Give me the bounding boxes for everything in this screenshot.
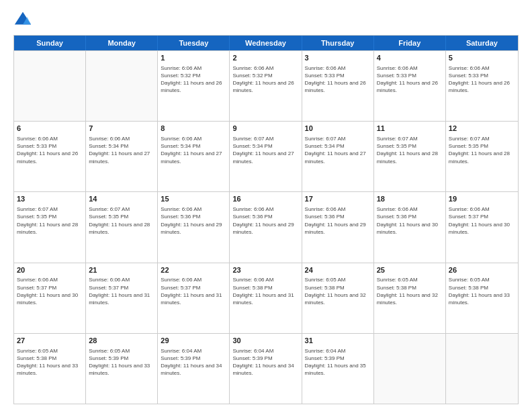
day-number: 27 bbox=[17, 336, 83, 346]
day-number: 9 bbox=[232, 124, 298, 134]
calendar-cell: 31Sunrise: 6:04 AM Sunset: 5:39 PM Dayli… bbox=[302, 334, 374, 404]
calendar-cell: 30Sunrise: 6:04 AM Sunset: 5:39 PM Dayli… bbox=[230, 334, 302, 404]
day-info: Sunrise: 6:07 AM Sunset: 5:35 PM Dayligh… bbox=[377, 135, 443, 165]
day-info: Sunrise: 6:07 AM Sunset: 5:35 PM Dayligh… bbox=[449, 135, 515, 165]
calendar-cell: 11Sunrise: 6:07 AM Sunset: 5:35 PM Dayli… bbox=[374, 122, 446, 191]
day-info: Sunrise: 6:06 AM Sunset: 5:37 PM Dayligh… bbox=[89, 276, 154, 306]
day-info: Sunrise: 6:06 AM Sunset: 5:37 PM Dayligh… bbox=[17, 276, 83, 306]
day-number: 8 bbox=[161, 124, 226, 134]
calendar-cell bbox=[446, 334, 518, 404]
calendar-header-day: Wednesday bbox=[230, 36, 302, 50]
day-number: 16 bbox=[232, 194, 298, 204]
day-number: 4 bbox=[377, 53, 443, 63]
day-number: 20 bbox=[17, 265, 83, 275]
day-number: 29 bbox=[161, 336, 226, 346]
day-info: Sunrise: 6:05 AM Sunset: 5:39 PM Dayligh… bbox=[89, 347, 154, 377]
day-info: Sunrise: 6:06 AM Sunset: 5:33 PM Dayligh… bbox=[449, 64, 515, 95]
page: SundayMondayTuesdayWednesdayThursdayFrid… bbox=[0, 0, 532, 411]
day-info: Sunrise: 6:05 AM Sunset: 5:38 PM Dayligh… bbox=[449, 276, 515, 306]
calendar-header-day: Friday bbox=[374, 36, 446, 50]
day-info: Sunrise: 6:06 AM Sunset: 5:36 PM Dayligh… bbox=[305, 205, 371, 236]
day-info: Sunrise: 6:06 AM Sunset: 5:34 PM Dayligh… bbox=[161, 135, 226, 165]
day-number: 15 bbox=[161, 194, 226, 204]
calendar-week-row: 20Sunrise: 6:06 AM Sunset: 5:37 PM Dayli… bbox=[14, 263, 518, 333]
day-number: 17 bbox=[305, 194, 371, 204]
calendar-header-day: Sunday bbox=[14, 36, 86, 50]
day-info: Sunrise: 6:06 AM Sunset: 5:37 PM Dayligh… bbox=[161, 276, 226, 306]
calendar-cell: 4Sunrise: 6:06 AM Sunset: 5:33 PM Daylig… bbox=[374, 51, 446, 121]
day-info: Sunrise: 6:06 AM Sunset: 5:33 PM Dayligh… bbox=[305, 64, 371, 95]
day-number: 22 bbox=[161, 265, 226, 275]
calendar-cell: 29Sunrise: 6:04 AM Sunset: 5:39 PM Dayli… bbox=[158, 334, 230, 404]
calendar-cell: 19Sunrise: 6:06 AM Sunset: 5:37 PM Dayli… bbox=[446, 192, 518, 262]
calendar-cell: 25Sunrise: 6:05 AM Sunset: 5:38 PM Dayli… bbox=[374, 263, 446, 333]
calendar-cell: 18Sunrise: 6:06 AM Sunset: 5:36 PM Dayli… bbox=[374, 192, 446, 262]
day-info: Sunrise: 6:06 AM Sunset: 5:36 PM Dayligh… bbox=[161, 205, 226, 236]
day-info: Sunrise: 6:04 AM Sunset: 5:39 PM Dayligh… bbox=[232, 347, 298, 377]
day-info: Sunrise: 6:07 AM Sunset: 5:35 PM Dayligh… bbox=[17, 205, 83, 236]
day-number: 31 bbox=[305, 336, 371, 346]
day-number: 23 bbox=[232, 265, 298, 275]
calendar-cell: 7Sunrise: 6:06 AM Sunset: 5:34 PM Daylig… bbox=[86, 122, 158, 191]
calendar-cell: 16Sunrise: 6:06 AM Sunset: 5:36 PM Dayli… bbox=[230, 192, 302, 262]
calendar-cell bbox=[14, 51, 86, 121]
day-info: Sunrise: 6:06 AM Sunset: 5:36 PM Dayligh… bbox=[232, 205, 298, 236]
calendar-cell: 3Sunrise: 6:06 AM Sunset: 5:33 PM Daylig… bbox=[302, 51, 374, 121]
day-number: 19 bbox=[449, 194, 515, 204]
day-number: 13 bbox=[17, 194, 83, 204]
calendar-cell: 13Sunrise: 6:07 AM Sunset: 5:35 PM Dayli… bbox=[14, 192, 86, 262]
day-info: Sunrise: 6:07 AM Sunset: 5:35 PM Dayligh… bbox=[89, 205, 154, 236]
calendar-cell: 23Sunrise: 6:06 AM Sunset: 5:38 PM Dayli… bbox=[230, 263, 302, 333]
day-number: 12 bbox=[449, 124, 515, 134]
calendar-week-row: 27Sunrise: 6:05 AM Sunset: 5:38 PM Dayli… bbox=[14, 333, 518, 404]
calendar-cell: 28Sunrise: 6:05 AM Sunset: 5:39 PM Dayli… bbox=[86, 334, 158, 404]
day-info: Sunrise: 6:04 AM Sunset: 5:39 PM Dayligh… bbox=[305, 347, 371, 377]
day-info: Sunrise: 6:06 AM Sunset: 5:32 PM Dayligh… bbox=[161, 64, 226, 95]
calendar-cell bbox=[86, 51, 158, 121]
day-number: 7 bbox=[89, 124, 154, 134]
calendar-cell: 6Sunrise: 6:06 AM Sunset: 5:33 PM Daylig… bbox=[14, 122, 86, 191]
day-info: Sunrise: 6:07 AM Sunset: 5:34 PM Dayligh… bbox=[305, 135, 371, 165]
calendar-cell: 21Sunrise: 6:06 AM Sunset: 5:37 PM Dayli… bbox=[86, 263, 158, 333]
day-info: Sunrise: 6:05 AM Sunset: 5:38 PM Dayligh… bbox=[17, 347, 83, 377]
calendar-cell: 27Sunrise: 6:05 AM Sunset: 5:38 PM Dayli… bbox=[14, 334, 86, 404]
calendar-cell: 14Sunrise: 6:07 AM Sunset: 5:35 PM Dayli… bbox=[86, 192, 158, 262]
day-number: 5 bbox=[449, 53, 515, 63]
day-number: 30 bbox=[232, 336, 298, 346]
day-number: 14 bbox=[89, 194, 154, 204]
calendar-header: SundayMondayTuesdayWednesdayThursdayFrid… bbox=[14, 36, 518, 50]
day-info: Sunrise: 6:07 AM Sunset: 5:34 PM Dayligh… bbox=[232, 135, 298, 165]
day-number: 10 bbox=[305, 124, 371, 134]
day-number: 11 bbox=[377, 124, 443, 134]
day-info: Sunrise: 6:06 AM Sunset: 5:36 PM Dayligh… bbox=[377, 205, 443, 236]
day-info: Sunrise: 6:04 AM Sunset: 5:39 PM Dayligh… bbox=[161, 347, 226, 377]
day-info: Sunrise: 6:06 AM Sunset: 5:37 PM Dayligh… bbox=[449, 205, 515, 236]
day-info: Sunrise: 6:05 AM Sunset: 5:38 PM Dayligh… bbox=[377, 276, 443, 306]
day-info: Sunrise: 6:06 AM Sunset: 5:34 PM Dayligh… bbox=[89, 135, 154, 165]
calendar-body: 1Sunrise: 6:06 AM Sunset: 5:32 PM Daylig… bbox=[14, 50, 518, 404]
calendar-cell: 8Sunrise: 6:06 AM Sunset: 5:34 PM Daylig… bbox=[158, 122, 230, 191]
calendar-week-row: 6Sunrise: 6:06 AM Sunset: 5:33 PM Daylig… bbox=[14, 121, 518, 191]
day-info: Sunrise: 6:06 AM Sunset: 5:32 PM Dayligh… bbox=[232, 64, 298, 95]
calendar-cell: 20Sunrise: 6:06 AM Sunset: 5:37 PM Dayli… bbox=[14, 263, 86, 333]
day-info: Sunrise: 6:06 AM Sunset: 5:38 PM Dayligh… bbox=[232, 276, 298, 306]
day-info: Sunrise: 6:06 AM Sunset: 5:33 PM Dayligh… bbox=[17, 135, 83, 165]
calendar-cell: 9Sunrise: 6:07 AM Sunset: 5:34 PM Daylig… bbox=[230, 122, 302, 191]
calendar-cell: 26Sunrise: 6:05 AM Sunset: 5:38 PM Dayli… bbox=[446, 263, 518, 333]
day-number: 2 bbox=[232, 53, 298, 63]
calendar-cell: 5Sunrise: 6:06 AM Sunset: 5:33 PM Daylig… bbox=[446, 51, 518, 121]
day-number: 24 bbox=[305, 265, 371, 275]
day-number: 1 bbox=[161, 53, 226, 63]
logo bbox=[13, 11, 35, 30]
calendar-cell bbox=[374, 334, 446, 404]
calendar-week-row: 13Sunrise: 6:07 AM Sunset: 5:35 PM Dayli… bbox=[14, 191, 518, 262]
calendar-cell: 1Sunrise: 6:06 AM Sunset: 5:32 PM Daylig… bbox=[158, 51, 230, 121]
day-number: 6 bbox=[17, 124, 83, 134]
day-number: 18 bbox=[377, 194, 443, 204]
calendar-cell: 10Sunrise: 6:07 AM Sunset: 5:34 PM Dayli… bbox=[302, 122, 374, 191]
calendar-week-row: 1Sunrise: 6:06 AM Sunset: 5:32 PM Daylig… bbox=[14, 50, 518, 121]
calendar-header-day: Monday bbox=[86, 36, 158, 50]
logo-icon bbox=[13, 11, 32, 30]
day-number: 26 bbox=[449, 265, 515, 275]
calendar-cell: 24Sunrise: 6:05 AM Sunset: 5:38 PM Dayli… bbox=[302, 263, 374, 333]
